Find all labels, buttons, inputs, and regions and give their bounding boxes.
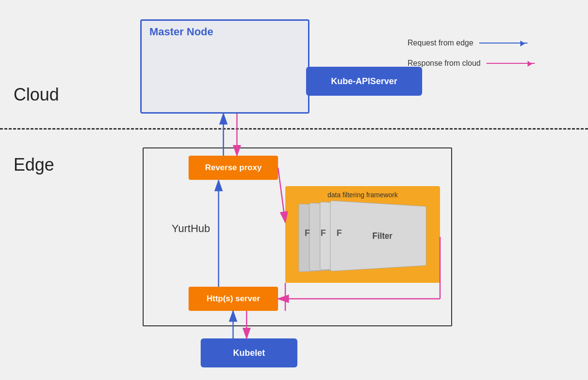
filter-f-1: F — [305, 228, 310, 238]
master-node-box: Master Node Kube-APIServer — [140, 19, 309, 114]
kube-apiserver-box: Kube-APIServer — [306, 67, 422, 96]
cloud-label: Cloud — [14, 85, 59, 105]
filter-f-labels: F F F — [305, 228, 342, 238]
legend-response-text: Response from cloud — [408, 59, 481, 68]
https-server-label: Http(s) server — [206, 294, 260, 304]
filter-f-3: F — [337, 228, 342, 238]
kubelet-box: Kubelet — [201, 338, 297, 367]
reverse-proxy-label: Reverse proxy — [205, 163, 262, 173]
data-filter-framework: data filtering framework Filter F F F — [285, 186, 440, 283]
kube-apiserver-label: Kube-APIServer — [331, 76, 397, 87]
legend-response-arrow — [486, 63, 535, 64]
data-filter-title: data filtering framework — [290, 191, 435, 199]
filter-card-main: Filter — [330, 200, 426, 271]
legend-request-text: Request from edge — [408, 39, 473, 47]
filter-cards: Filter F F F — [300, 202, 426, 274]
filter-label: Filter — [372, 231, 392, 241]
cloud-edge-divider — [0, 128, 588, 130]
diagram-container: Cloud Edge Master Node Kube-APIServer Re… — [0, 0, 588, 380]
legend: Request from edge Response from cloud — [408, 39, 535, 79]
legend-request-arrow — [479, 43, 528, 44]
filter-f-2: F — [321, 228, 326, 238]
edge-label: Edge — [14, 155, 54, 175]
legend-response: Response from cloud — [408, 59, 535, 68]
legend-request: Request from edge — [408, 39, 535, 47]
https-server-box: Http(s) server — [189, 287, 278, 311]
master-node-title: Master Node — [149, 26, 213, 38]
reverse-proxy-box: Reverse proxy — [189, 156, 278, 180]
kubelet-label: Kubelet — [233, 348, 265, 358]
yurthub-label: YurtHub — [172, 222, 210, 235]
